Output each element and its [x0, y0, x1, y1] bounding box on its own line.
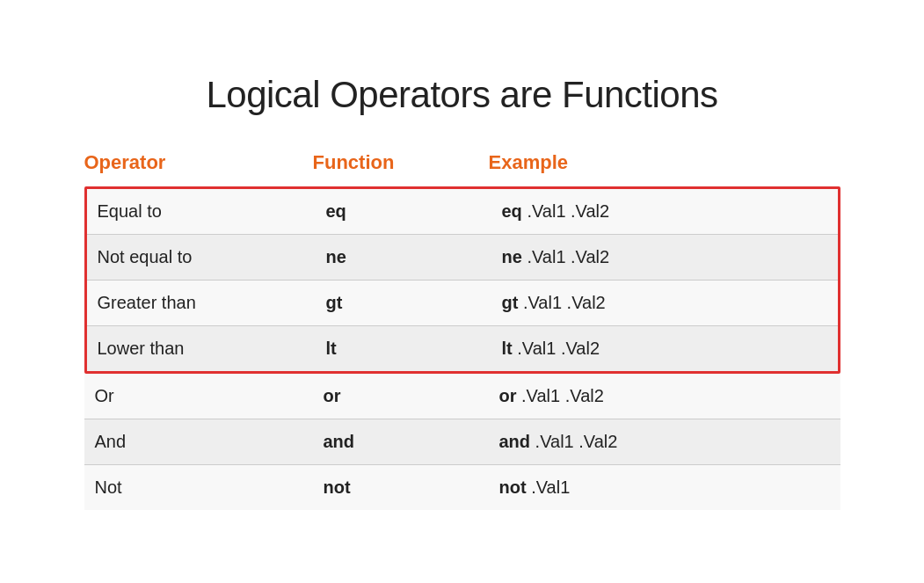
header-operator: Operator [84, 151, 313, 174]
cell-example: and .Val1 .Val2 [499, 432, 830, 452]
table-row: And and and .Val1 .Val2 [84, 419, 840, 465]
cell-operator: Equal to [98, 201, 326, 222]
cell-operator: And [95, 432, 324, 452]
cell-example: lt .Val1 .Val2 [502, 339, 827, 359]
table-row: Not equal to ne ne .Val1 .Val2 [87, 235, 838, 281]
highlighted-group: Equal to eq eq .Val1 .Val2 Not equal to … [84, 186, 840, 374]
header-example: Example [489, 151, 840, 174]
header-function: Function [313, 151, 489, 174]
non-highlighted-group: Or or or .Val1 .Val2 And and and .Val1 .… [84, 374, 840, 510]
cell-operator: Lower than [98, 339, 326, 359]
table-row: Lower than lt lt .Val1 .Val2 [87, 326, 838, 371]
table-row: Greater than gt gt .Val1 .Val2 [87, 281, 838, 326]
cell-example: ne .Val1 .Val2 [502, 247, 827, 267]
cell-operator: Not equal to [98, 247, 326, 267]
table-wrapper: Operator Function Example Equal to eq eq… [84, 151, 840, 510]
cell-function: gt [326, 293, 502, 313]
cell-example: not .Val1 [499, 477, 830, 498]
cell-example: gt .Val1 .Val2 [502, 293, 827, 313]
cell-function: ne [326, 247, 502, 267]
table-row: Equal to eq eq .Val1 .Val2 [87, 189, 838, 235]
cell-operator: Not [95, 477, 324, 498]
cell-function: not [324, 477, 499, 498]
cell-example: eq .Val1 .Val2 [502, 201, 827, 222]
cell-function: lt [326, 339, 502, 359]
cell-function: or [324, 386, 499, 406]
main-container: Logical Operators are Functions Operator… [67, 56, 858, 528]
cell-function: and [324, 432, 499, 452]
table-row: Not not not .Val1 [84, 465, 840, 510]
cell-operator: Greater than [98, 293, 326, 313]
page-title: Logical Operators are Functions [84, 74, 840, 116]
cell-example: or .Val1 .Val2 [499, 386, 830, 406]
table-row: Or or or .Val1 .Val2 [84, 374, 840, 419]
table-header: Operator Function Example [84, 151, 840, 183]
cell-function: eq [326, 201, 502, 222]
cell-operator: Or [95, 386, 324, 406]
